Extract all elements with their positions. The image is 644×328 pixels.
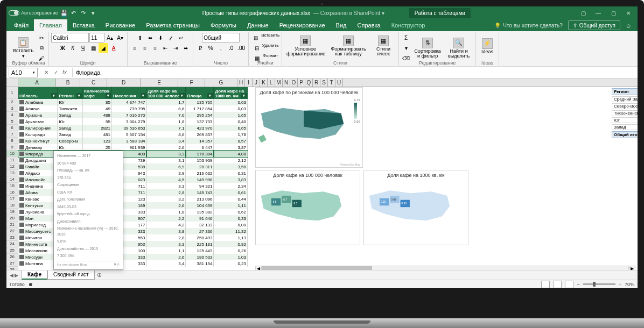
row-header[interactable]: 19 (6, 209, 18, 215)
row-header[interactable]: 4 (6, 112, 18, 118)
row-header[interactable]: 14 (6, 176, 18, 183)
merge-icon[interactable]: ⬌ (181, 43, 191, 53)
table-cell[interactable]: 3,3 (146, 151, 186, 157)
table-cell[interactable]: Колорадо (18, 131, 58, 138)
table-cell[interactable]: 0,31 (214, 170, 248, 176)
table-row[interactable]: АризонаЗапад4887 016 2707,0295 2541,65 (18, 112, 248, 118)
font-family-select[interactable] (51, 33, 89, 42)
table-cell[interactable]: Монтана (18, 260, 58, 267)
table-cell[interactable]: 137 733 (186, 118, 214, 125)
table-cell[interactable]: 0,63 (214, 99, 248, 105)
font-size-select[interactable] (89, 33, 104, 42)
table-cell[interactable]: 0,82 (214, 241, 248, 247)
table-cell[interactable]: Аляска (18, 105, 58, 112)
table-row[interactable]: АляскаТихоокеа49739 7956,61 717 8540,03 (18, 105, 248, 112)
table-header[interactable]: Доля кафе на 100 000 человек▾ (146, 87, 186, 99)
percent-icon[interactable]: % (206, 43, 215, 53)
table-cell[interactable]: 2,2 (146, 215, 186, 222)
table-row[interactable]: Миннесота9523,3225 1810,82 (18, 241, 248, 247)
table-cell[interactable]: Массачусетс (18, 228, 58, 234)
underline-button[interactable]: Ч (78, 43, 88, 53)
decrease-decimal-icon[interactable]: .00 (236, 43, 246, 53)
menu-item-10[interactable]: Конструктор (386, 19, 431, 31)
map-chart-per-area[interactable]: Доля кафе на 1000 кв. км 0.15 0.09 0.30 (363, 170, 468, 245)
table-cell[interactable]: Джорджия (18, 157, 58, 163)
sheet-nav-next-icon[interactable]: ▶ (15, 273, 18, 278)
table-cell[interactable]: 7,1 (146, 125, 186, 131)
table-cell[interactable]: 28 311 (186, 163, 214, 170)
row-header[interactable]: 20 (6, 215, 18, 222)
table-cell[interactable]: Канзас (18, 196, 58, 202)
table-row[interactable]: Кентукки1892,6104 6591,11 (18, 202, 248, 209)
row-header[interactable]: 26 (6, 254, 18, 260)
table-row[interactable]: КолорадоЗапад4815 607 1548,6269 8371,78 (18, 131, 248, 138)
table-cell[interactable]: Калифорния (18, 125, 58, 131)
table-cell[interactable]: 1,78 (214, 131, 248, 138)
row-header[interactable]: 16 (6, 189, 18, 196)
table-header[interactable]: Населения▾ (111, 87, 146, 99)
table-cell[interactable]: 0,03 (214, 105, 248, 112)
table-cell[interactable]: 481 (83, 131, 112, 138)
delete-cells-icon[interactable]: ⊟ (252, 43, 262, 53)
table-row[interactable]: Айдахо9433,9216 6320,31 (18, 170, 248, 176)
menu-item-0[interactable]: Файл (9, 19, 34, 31)
table-cell[interactable]: Юг (58, 99, 83, 105)
table-cell[interactable]: Миссури (18, 254, 58, 260)
save-icon[interactable]: 💾 (60, 9, 68, 17)
align-middle-icon[interactable]: ⬌ (145, 33, 155, 42)
borders-icon[interactable]: ▦ (88, 43, 98, 53)
table-cell[interactable]: 1 717 854 (186, 105, 214, 112)
table-cell[interactable]: 85 (83, 99, 112, 105)
table-cell[interactable]: 0,33 (214, 215, 248, 222)
table-cell[interactable]: 1,65 (214, 112, 248, 118)
smiley-icon[interactable]: ☺ (621, 19, 635, 32)
column-header[interactable]: D (107, 79, 141, 87)
copy-icon[interactable]: ⧉ (37, 43, 46, 53)
row-header[interactable]: 3 (6, 105, 18, 112)
align-center-icon[interactable]: ≡ (140, 43, 150, 53)
fx-icon[interactable]: fx (61, 68, 70, 77)
column-header[interactable]: P (298, 79, 305, 87)
row-header[interactable]: 27 (6, 260, 18, 267)
pivot-row[interactable]: Запад6,20 (612, 124, 638, 130)
table-cell[interactable]: 3,83 (214, 176, 248, 183)
table-cell[interactable]: Луизиана (18, 209, 58, 215)
pivot-row[interactable]: Средний Запад3,04 (612, 96, 638, 102)
table-cell[interactable]: 55 (83, 118, 112, 125)
align-bottom-icon[interactable]: ⬇ (156, 33, 165, 42)
table-cell[interactable]: 0,26 (214, 247, 248, 254)
zoom-in-icon[interactable]: + (619, 282, 621, 287)
table-cell[interactable]: 3,9 (146, 170, 186, 176)
row-header[interactable]: 2 (6, 99, 18, 105)
table-cell[interactable]: 0,40 (214, 118, 248, 125)
table-cell[interactable]: 135 382 (186, 209, 214, 215)
table-row[interactable]: Джорджия7393,1153 9092,12 (18, 157, 248, 163)
currency-icon[interactable]: ₽ (195, 43, 205, 53)
table-cell[interactable]: 0,23 (214, 260, 248, 267)
number-format-select[interactable] (202, 33, 240, 42)
align-top-icon[interactable]: ⬆ (135, 33, 145, 42)
table-cell[interactable]: 3,2 (146, 196, 186, 202)
table-cell[interactable]: Арканзас (18, 118, 58, 125)
column-header[interactable]: L (268, 79, 275, 87)
table-cell[interactable]: 149 998 (186, 176, 214, 183)
select-all-corner[interactable] (6, 79, 18, 87)
bold-button[interactable]: Ж (58, 43, 67, 53)
autosave-toggle[interactable]: Автосохранение (9, 10, 58, 16)
table-cell[interactable]: Юг (58, 144, 83, 151)
table-cell[interactable]: Флорида (18, 151, 58, 157)
table-cell[interactable]: 3,1 (146, 157, 186, 163)
menu-item-3[interactable]: Рисование (100, 19, 141, 31)
row-header[interactable]: 6 (6, 125, 18, 131)
sheet-tab[interactable]: Кафе (22, 270, 47, 280)
table-cell[interactable]: 2,6 (146, 254, 186, 260)
table-cell[interactable]: 8,6 (146, 131, 186, 138)
comma-icon[interactable]: , (216, 43, 226, 53)
autosum-icon[interactable]: Σ (401, 33, 411, 42)
table-cell[interactable]: Делавэр (18, 144, 58, 151)
table-header[interactable]: Регион▾ (58, 87, 83, 99)
table-cell[interactable]: 170 304 (186, 151, 214, 157)
orientation-icon[interactable]: ⤤ (166, 33, 176, 42)
column-header[interactable]: T (328, 79, 335, 87)
column-header[interactable]: I (245, 79, 253, 87)
